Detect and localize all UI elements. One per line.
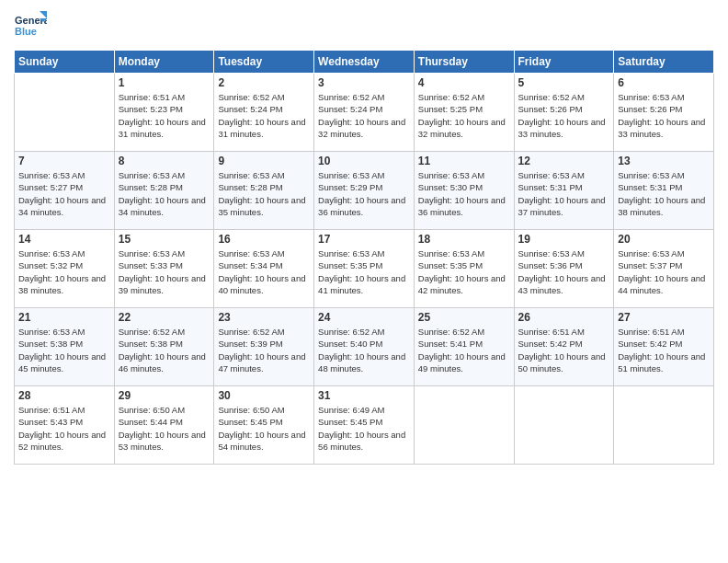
calendar-cell — [15, 74, 115, 152]
calendar-cell: 24Sunrise: 6:52 AM Sunset: 5:40 PM Dayli… — [314, 308, 415, 386]
day-number: 13 — [618, 155, 710, 167]
page-container: General Blue SundayMondayTuesdayWednesda… — [0, 0, 728, 478]
day-number: 20 — [618, 233, 710, 246]
calendar-cell: 8Sunrise: 6:53 AM Sunset: 5:28 PM Daylig… — [114, 152, 214, 230]
day-content: Sunrise: 6:52 AM Sunset: 5:41 PM Dayligh… — [418, 326, 510, 374]
day-number: 7 — [18, 155, 110, 167]
day-content: Sunrise: 6:51 AM Sunset: 5:23 PM Dayligh… — [119, 91, 210, 140]
day-number: 31 — [318, 389, 410, 402]
day-number: 22 — [119, 311, 210, 324]
day-number: 5 — [518, 76, 610, 89]
calendar-body: 1Sunrise: 6:51 AM Sunset: 5:23 PM Daylig… — [15, 74, 714, 465]
day-content: Sunrise: 6:53 AM Sunset: 5:29 PM Dayligh… — [318, 169, 410, 218]
day-content: Sunrise: 6:52 AM Sunset: 5:38 PM Dayligh… — [119, 326, 210, 374]
calendar-week-row: 21Sunrise: 6:53 AM Sunset: 5:38 PM Dayli… — [15, 308, 714, 386]
calendar-week-row: 14Sunrise: 6:53 AM Sunset: 5:32 PM Dayli… — [15, 230, 714, 308]
calendar-cell — [514, 386, 614, 465]
day-content: Sunrise: 6:53 AM Sunset: 5:36 PM Dayligh… — [518, 247, 610, 296]
day-content: Sunrise: 6:53 AM Sunset: 5:31 PM Dayligh… — [618, 169, 710, 218]
calendar-week-row: 1Sunrise: 6:51 AM Sunset: 5:23 PM Daylig… — [15, 74, 714, 152]
day-number: 6 — [618, 76, 710, 89]
calendar-header-row: SundayMondayTuesdayWednesdayThursdayFrid… — [15, 51, 714, 74]
day-number: 28 — [18, 389, 110, 402]
day-number: 12 — [518, 155, 610, 167]
header: General Blue — [14, 9, 714, 42]
day-number: 16 — [218, 233, 310, 246]
day-content: Sunrise: 6:52 AM Sunset: 5:24 PM Dayligh… — [318, 91, 410, 140]
calendar-day-header: Thursday — [414, 51, 514, 74]
day-number: 4 — [418, 76, 510, 89]
day-content: Sunrise: 6:53 AM Sunset: 5:32 PM Dayligh… — [18, 247, 110, 296]
calendar-cell: 29Sunrise: 6:50 AM Sunset: 5:44 PM Dayli… — [114, 386, 214, 465]
calendar-day-header: Wednesday — [314, 51, 415, 74]
day-content: Sunrise: 6:51 AM Sunset: 5:42 PM Dayligh… — [618, 326, 710, 374]
calendar-table: SundayMondayTuesdayWednesdayThursdayFrid… — [14, 50, 714, 465]
day-number: 26 — [518, 311, 610, 324]
calendar-cell: 13Sunrise: 6:53 AM Sunset: 5:31 PM Dayli… — [614, 152, 714, 230]
day-number: 15 — [119, 233, 210, 246]
day-content: Sunrise: 6:53 AM Sunset: 5:38 PM Dayligh… — [18, 326, 110, 374]
calendar-day-header: Sunday — [15, 51, 115, 74]
day-number: 3 — [318, 76, 410, 89]
day-content: Sunrise: 6:53 AM Sunset: 5:27 PM Dayligh… — [18, 169, 110, 218]
day-content: Sunrise: 6:53 AM Sunset: 5:37 PM Dayligh… — [618, 247, 710, 296]
day-number: 21 — [18, 311, 110, 324]
day-number: 30 — [218, 389, 310, 402]
calendar-cell: 21Sunrise: 6:53 AM Sunset: 5:38 PM Dayli… — [15, 308, 115, 386]
calendar-cell — [614, 386, 714, 465]
day-number: 24 — [318, 311, 410, 324]
day-content: Sunrise: 6:50 AM Sunset: 5:44 PM Dayligh… — [119, 404, 210, 453]
calendar-day-header: Saturday — [614, 51, 714, 74]
day-content: Sunrise: 6:53 AM Sunset: 5:33 PM Dayligh… — [119, 247, 210, 296]
day-content: Sunrise: 6:50 AM Sunset: 5:45 PM Dayligh… — [218, 404, 310, 453]
day-content: Sunrise: 6:53 AM Sunset: 5:31 PM Dayligh… — [518, 169, 610, 218]
calendar-week-row: 7Sunrise: 6:53 AM Sunset: 5:27 PM Daylig… — [15, 152, 714, 230]
calendar-cell: 26Sunrise: 6:51 AM Sunset: 5:42 PM Dayli… — [514, 308, 614, 386]
day-number: 2 — [218, 76, 310, 89]
calendar-cell: 4Sunrise: 6:52 AM Sunset: 5:25 PM Daylig… — [414, 74, 514, 152]
calendar-cell: 20Sunrise: 6:53 AM Sunset: 5:37 PM Dayli… — [614, 230, 714, 308]
calendar-cell: 6Sunrise: 6:53 AM Sunset: 5:26 PM Daylig… — [614, 74, 714, 152]
day-content: Sunrise: 6:51 AM Sunset: 5:43 PM Dayligh… — [18, 404, 110, 453]
calendar-cell: 19Sunrise: 6:53 AM Sunset: 5:36 PM Dayli… — [514, 230, 614, 308]
day-number: 11 — [418, 155, 510, 167]
day-content: Sunrise: 6:53 AM Sunset: 5:26 PM Dayligh… — [618, 91, 710, 140]
day-content: Sunrise: 6:52 AM Sunset: 5:24 PM Dayligh… — [218, 91, 310, 140]
day-number: 27 — [618, 311, 710, 324]
day-number: 25 — [418, 311, 510, 324]
calendar-cell: 31Sunrise: 6:49 AM Sunset: 5:45 PM Dayli… — [314, 386, 415, 465]
day-content: Sunrise: 6:52 AM Sunset: 5:25 PM Dayligh… — [418, 91, 510, 140]
calendar-cell: 1Sunrise: 6:51 AM Sunset: 5:23 PM Daylig… — [114, 74, 214, 152]
day-content: Sunrise: 6:53 AM Sunset: 5:28 PM Dayligh… — [119, 169, 210, 218]
calendar-cell: 25Sunrise: 6:52 AM Sunset: 5:41 PM Dayli… — [414, 308, 514, 386]
day-number: 1 — [119, 76, 210, 89]
day-content: Sunrise: 6:49 AM Sunset: 5:45 PM Dayligh… — [318, 404, 410, 453]
calendar-cell: 22Sunrise: 6:52 AM Sunset: 5:38 PM Dayli… — [114, 308, 214, 386]
calendar-cell: 3Sunrise: 6:52 AM Sunset: 5:24 PM Daylig… — [314, 74, 415, 152]
calendar-cell: 9Sunrise: 6:53 AM Sunset: 5:28 PM Daylig… — [214, 152, 314, 230]
day-content: Sunrise: 6:53 AM Sunset: 5:34 PM Dayligh… — [218, 247, 310, 296]
calendar-cell: 17Sunrise: 6:53 AM Sunset: 5:35 PM Dayli… — [314, 230, 415, 308]
calendar-week-row: 28Sunrise: 6:51 AM Sunset: 5:43 PM Dayli… — [15, 386, 714, 465]
calendar-day-header: Friday — [514, 51, 614, 74]
day-content: Sunrise: 6:53 AM Sunset: 5:35 PM Dayligh… — [418, 247, 510, 296]
day-content: Sunrise: 6:53 AM Sunset: 5:28 PM Dayligh… — [218, 169, 310, 218]
day-number: 10 — [318, 155, 410, 167]
day-number: 29 — [119, 389, 210, 402]
calendar-cell: 10Sunrise: 6:53 AM Sunset: 5:29 PM Dayli… — [314, 152, 415, 230]
day-number: 19 — [518, 233, 610, 246]
calendar-cell: 14Sunrise: 6:53 AM Sunset: 5:32 PM Dayli… — [15, 230, 115, 308]
logo: General Blue — [14, 9, 47, 42]
day-content: Sunrise: 6:52 AM Sunset: 5:40 PM Dayligh… — [318, 326, 410, 374]
calendar-cell: 7Sunrise: 6:53 AM Sunset: 5:27 PM Daylig… — [15, 152, 115, 230]
calendar-day-header: Monday — [114, 51, 214, 74]
calendar-cell: 28Sunrise: 6:51 AM Sunset: 5:43 PM Dayli… — [15, 386, 115, 465]
day-number: 9 — [218, 155, 310, 167]
calendar-cell: 27Sunrise: 6:51 AM Sunset: 5:42 PM Dayli… — [614, 308, 714, 386]
day-content: Sunrise: 6:53 AM Sunset: 5:30 PM Dayligh… — [418, 169, 510, 218]
day-content: Sunrise: 6:51 AM Sunset: 5:42 PM Dayligh… — [518, 326, 610, 374]
day-number: 18 — [418, 233, 510, 246]
calendar-cell: 23Sunrise: 6:52 AM Sunset: 5:39 PM Dayli… — [214, 308, 314, 386]
calendar-cell: 2Sunrise: 6:52 AM Sunset: 5:24 PM Daylig… — [214, 74, 314, 152]
svg-text:Blue: Blue — [15, 26, 37, 37]
